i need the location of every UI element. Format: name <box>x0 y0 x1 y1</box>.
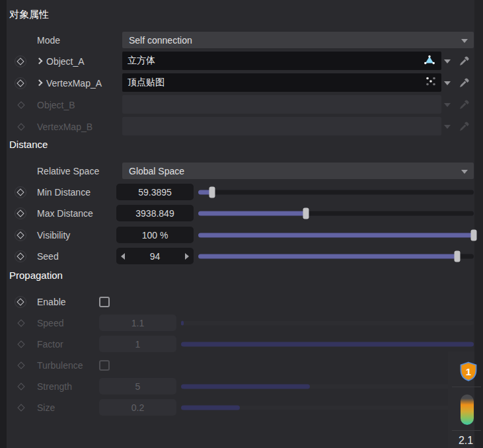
slider-fill <box>198 254 457 258</box>
mode-value: Self connection <box>129 35 192 46</box>
vertex-map-icon <box>426 76 436 89</box>
row-seed: Seed 94 <box>0 245 474 267</box>
keyframe-diamond-icon[interactable] <box>17 79 24 87</box>
slider-fill <box>181 384 310 389</box>
strength-input: 5 <box>99 378 176 394</box>
factor-value: 1 <box>135 339 141 350</box>
object-a-dropdown-arrow[interactable] <box>444 57 452 65</box>
slider-handle[interactable] <box>303 207 309 219</box>
slider-handle[interactable] <box>454 250 460 262</box>
eyedropper-icon <box>459 121 470 133</box>
relative-space-label: Relative Space <box>37 166 99 176</box>
visibility-label: Visibility <box>37 230 70 241</box>
gradient-meter-icon <box>461 394 474 425</box>
row-vertexmap-a: VertexMap_A 顶点贴图 <box>0 72 474 94</box>
visibility-slider[interactable] <box>198 229 474 241</box>
chevron-down-icon <box>461 38 468 42</box>
vertexmap-a-value: 顶点贴图 <box>128 77 426 89</box>
keyframe-slot <box>17 404 25 412</box>
max-distance-value: 3938.849 <box>135 208 174 219</box>
max-distance-label: Max Distance <box>37 208 93 219</box>
factor-input: 1 <box>99 336 176 352</box>
vertexmap-a-link-field[interactable]: 顶点贴图 <box>122 73 441 92</box>
object-b-link-field <box>122 95 441 114</box>
object-b-dropdown-arrow <box>444 101 452 109</box>
row-turbulence: Turbulence <box>0 354 474 376</box>
row-object-b: Object_B <box>0 94 474 116</box>
slider-track <box>181 320 474 325</box>
enable-label: Enable <box>37 297 66 307</box>
slider-track <box>198 190 474 194</box>
factor-label: Factor <box>37 339 63 350</box>
strength-value: 5 <box>135 381 141 392</box>
min-distance-input[interactable]: 59.3895 <box>116 184 194 200</box>
size-label: Size <box>37 402 55 413</box>
keyframe-diamond-icon[interactable] <box>17 188 24 196</box>
keyframe-slot <box>17 340 25 348</box>
row-max-distance: Max Distance 3938.849 <box>0 202 474 224</box>
vertexmap-a-dropdown-arrow[interactable] <box>444 79 452 87</box>
keyframe-diamond-icon <box>17 361 24 369</box>
keyframe-diamond-icon[interactable] <box>17 231 24 239</box>
keyframe-slot <box>17 101 25 109</box>
row-object-a: Object_A 立方体 <box>0 50 474 72</box>
shield-badge-icon[interactable]: 1 <box>459 361 478 381</box>
slider-handle[interactable] <box>209 186 215 198</box>
polygon-object-icon <box>423 54 436 68</box>
keyframe-diamond-icon[interactable] <box>17 209 24 217</box>
visibility-input[interactable]: 100 % <box>116 227 194 243</box>
keyframe-ring <box>15 296 26 308</box>
row-strength: Strength 5 <box>0 375 474 397</box>
seed-stepper[interactable]: 94 <box>116 248 194 264</box>
keyframe-diamond-icon[interactable] <box>17 298 24 305</box>
row-enable: Enable <box>0 291 474 313</box>
row-relative-space: Relative Space Global Space <box>0 160 474 182</box>
vertexmap-b-link-field <box>122 117 441 135</box>
row-factor: Factor 1 <box>0 333 474 355</box>
chevron-down-icon <box>444 103 451 107</box>
mode-label: Mode <box>37 35 60 46</box>
size-input: 0.2 <box>99 399 176 416</box>
row-size: Size 0.2 <box>0 396 474 418</box>
eyedropper-icon <box>459 99 470 111</box>
keyframe-diamond-icon <box>17 383 24 390</box>
slider-fill <box>181 320 184 325</box>
slider-handle[interactable] <box>471 229 477 241</box>
seed-slider[interactable] <box>198 250 474 262</box>
version-label: 2.1 <box>455 435 477 447</box>
slider-fill <box>181 342 474 346</box>
turbulence-label: Turbulence <box>37 360 83 371</box>
eyedropper-icon[interactable] <box>459 77 470 89</box>
chevron-down-icon <box>444 125 451 129</box>
object-a-value: 立方体 <box>128 55 423 67</box>
speed-input: 1.1 <box>99 315 176 331</box>
stepper-right-arrow-icon[interactable] <box>185 253 189 260</box>
slider-fill <box>198 211 306 215</box>
enable-checkbox[interactable] <box>99 297 110 307</box>
keyframe-ring <box>15 77 26 89</box>
keyframe-diamond-icon[interactable] <box>17 252 24 260</box>
keyframe-diamond-icon <box>17 404 24 411</box>
keyframe-ring <box>15 207 26 219</box>
speed-label: Speed <box>37 318 63 328</box>
eyedropper-icon[interactable] <box>459 56 470 67</box>
mode-dropdown[interactable]: Self connection <box>122 32 474 48</box>
shield-badge-count: 1 <box>466 366 471 377</box>
row-speed: Speed 1.1 <box>0 312 474 334</box>
keyframe-diamond-icon[interactable] <box>17 57 24 65</box>
speed-value: 1.1 <box>131 318 144 328</box>
relative-space-dropdown[interactable]: Global Space <box>122 163 474 179</box>
row-mode: Mode Self connection <box>0 29 474 51</box>
object-a-link-field[interactable]: 立方体 <box>122 52 441 70</box>
seed-label: Seed <box>37 251 59 262</box>
max-distance-slider[interactable] <box>198 207 474 219</box>
expand-chevron-icon[interactable] <box>36 79 42 85</box>
keyframe-slot <box>17 319 25 327</box>
max-distance-input[interactable]: 3938.849 <box>116 205 194 221</box>
expand-chevron-icon[interactable] <box>36 57 42 63</box>
stepper-left-arrow-icon[interactable] <box>121 253 125 260</box>
strength-slider <box>181 381 474 392</box>
keyframe-ring <box>15 229 26 241</box>
min-distance-slider[interactable] <box>198 186 474 198</box>
visibility-value: 100 % <box>142 230 168 241</box>
